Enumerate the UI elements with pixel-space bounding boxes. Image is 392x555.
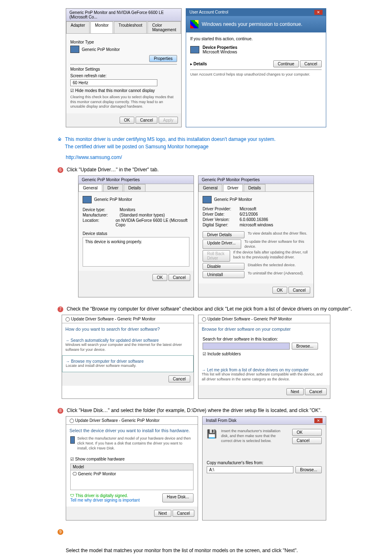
apply-button[interactable]: Apply [159,117,178,124]
tab-driver[interactable]: Driver [103,184,123,191]
status-label: Device status [83,231,189,236]
browse-computer-option[interactable]: → Browse my computer for driver software… [62,355,194,372]
pnp-general-dialog: Generic PnP Monitor Properties General D… [78,175,194,297]
tab-monitor[interactable]: Monitor [90,21,113,33]
monitor-icon [70,436,75,444]
device-name: Generic PnP Monitor [94,197,132,202]
dialog-title: Generic PnP Monitor Properties [78,176,194,184]
ok-button[interactable]: OK [272,287,287,294]
samsung-link[interactable]: http://www.samsung.com/ [66,154,367,160]
step9-text: Select the model that matches your monit… [66,547,367,554]
ok-button[interactable]: OK [120,117,134,124]
properties-button[interactable]: Properties [149,55,177,62]
cancel-button[interactable]: Cancel [305,388,327,395]
close-icon[interactable]: ✕ [314,10,323,15]
tabs: Adapter Monitor Troubleshoot Color Manag… [66,21,181,34]
disable-button[interactable]: Disable [203,263,244,270]
step-num-6: 6 [58,167,63,173]
browse-button[interactable]: Browse... [292,343,318,350]
wizard-heading: Browse for driver software on your compu… [198,323,330,335]
status-box: This device is working properly. [83,237,189,267]
uac-dialog: User Account Control ✕ Windows needs you… [186,8,326,127]
have-disk-button[interactable]: Have Disk... [162,493,194,502]
monitor-icon [203,196,212,203]
instruct-text: Insert the manufacturer's installation d… [221,429,288,444]
dialog-title: Install From Disk ✕ [203,417,326,425]
pnp-driver-dialog: Generic PnP Monitor Properties General D… [198,175,314,297]
instruct-text: Select the manufacturer and model of you… [77,436,194,451]
pick-from-list-option[interactable]: → Let me pick from a list of device driv… [198,364,330,385]
step8: 8 Click "Have Disk…" and select the fold… [58,407,367,414]
tab-color[interactable]: Color Management [148,21,180,33]
dialog-title: ◯ Update Driver Software - Generic PnP M… [198,315,330,323]
monitor-properties-dialog: Generic PnP Monitor and NVIDIA GeForce 6… [66,8,182,127]
hide-modes-desc: Clearing this check box allows you to se… [70,95,177,109]
next-button[interactable]: Next [154,510,172,517]
uac-started-text: If you started this action, continue. [190,37,322,41]
step-num-7: 7 [58,306,63,312]
refresh-label: Screen refresh rate: [70,74,177,78]
tab-details[interactable]: Details [244,184,265,191]
step6: 6 Click "Update Driver…" in the "Driver"… [58,166,367,173]
refresh-select[interactable]: 60 Hertz [70,79,157,86]
step-num-8: 8 [58,408,63,414]
uac-banner-text: Windows needs your permission to contion… [202,21,302,27]
monitor-icon [70,46,79,53]
model-item[interactable]: 🖵 Generic PnP Monitor [71,470,193,477]
tab-troubleshoot[interactable]: Troubleshoot [114,21,147,33]
cancel-button[interactable]: Cancel [168,274,190,281]
tab-details[interactable]: Details [124,184,145,191]
tab-adapter[interactable]: Adapter [66,21,90,33]
cancel-button[interactable]: Cancel [288,287,310,294]
include-subfolders-checkbox[interactable]: ☑ Include subfolders [203,352,326,356]
close-icon[interactable]: ✕ [314,418,323,423]
cancel-button[interactable]: Cancel [300,60,322,67]
cancel-button[interactable]: Cancel [173,510,194,517]
tab-driver[interactable]: Driver [223,184,243,191]
cancel-button[interactable]: Cancel [168,375,190,382]
device-name: Generic PnP Monitor [214,197,252,202]
update-driver-button[interactable]: Update Driver... [203,240,241,249]
wizard-heading: Select the device driver you want to ins… [66,425,198,436]
uac-titlebar: User Account Control ✕ [186,9,326,16]
ok-button[interactable]: OK [152,274,167,281]
uac-title: User Account Control [189,10,228,15]
uninstall-button[interactable]: Uninstall [203,271,244,278]
ms-windows-label: Microsoft Windows [203,50,238,54]
search-auto-option[interactable]: → Search automatically for updated drive… [62,335,194,355]
path-input[interactable] [203,343,290,350]
tell-me-link[interactable]: Tell me why driver signing is important [70,498,140,502]
ok-button[interactable]: OK [292,429,322,436]
model-header: Model [71,464,193,470]
copy-label: Copy manufacturer's files from: [207,461,322,465]
wizard-heading: How do you want to search for driver sof… [62,323,194,335]
browse-button[interactable]: Browse... [295,466,322,473]
tab-general[interactable]: General [198,184,222,191]
path-input[interactable]: A:\ [207,466,293,473]
cancel-button[interactable]: Cancel [136,117,157,124]
uac-banner: Windows needs your permission to contion… [186,16,326,32]
next-button[interactable]: Next [286,388,304,395]
step-num-9: 9 [58,529,63,535]
cancel-button[interactable]: Cancel [292,437,322,444]
driver-details-button[interactable]: Driver Details [203,231,244,238]
install-from-disk-dialog: Install From Disk ✕ 💾 Insert the manufac… [202,416,326,520]
certification-note: ※ This monitor driver is under certifyin… [58,136,367,150]
rollback-button[interactable]: Roll Back Driver [203,250,230,262]
monitor-type-value: Generic PnP Monitor [82,47,120,52]
monitor-settings-label: Monitor Settings [70,67,177,71]
wizard-browse-dialog: ◯ Update Driver Software - Generic PnP M… [198,315,330,399]
step7: 7 Check the "Browse my computer for driv… [58,306,367,313]
note-marker: ※ [58,136,62,143]
details-toggle[interactable]: ▸ Details [190,62,207,66]
hide-modes-checkbox[interactable]: ☑ Hide modes that this monitor cannot di… [70,88,177,93]
shield-icon [190,20,198,28]
monitor-icon [190,46,199,53]
tab-general[interactable]: General [78,184,102,191]
show-compat-checkbox[interactable]: ☑ Show compatible hardware [70,457,194,461]
continue-button[interactable]: Continue [273,60,299,67]
dialog-title: ◯ Update Driver Software - Generic PnP M… [66,417,198,425]
dialog-title: Generic PnP Monitor Properties [198,176,314,184]
monitor-icon [83,196,92,203]
monitor-type-label: Monitor Type [70,40,177,44]
